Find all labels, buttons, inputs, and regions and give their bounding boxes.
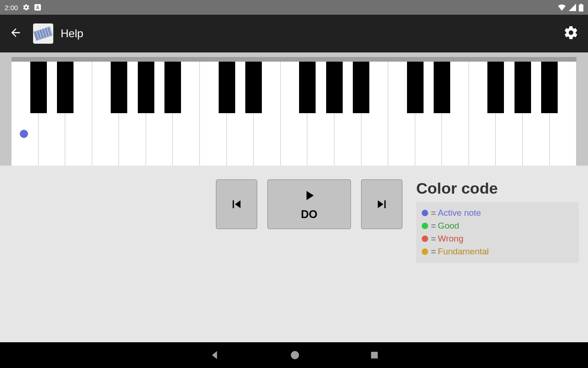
svg-rect-3 [580,4,582,5]
active-note-dot [20,130,28,138]
controls: DO [216,179,402,342]
legend-label: Good [438,219,459,232]
legend-label: Fundamental [438,245,489,258]
black-key[interactable] [164,62,181,113]
prev-button[interactable] [216,179,257,229]
status-bar: 2:00 A [0,0,588,15]
svg-text:A: A [36,5,40,10]
app-icon [33,23,53,44]
next-button[interactable] [361,179,402,229]
legend-dot-icon [422,248,428,255]
svg-rect-2 [579,5,583,12]
black-key[interactable] [541,62,558,113]
status-time: 2:00 [5,4,18,12]
play-note-label: DO [301,208,317,221]
black-key[interactable] [30,62,47,113]
play-button[interactable]: DO [267,179,351,229]
legend-dot-icon [422,210,428,216]
black-key[interactable] [245,62,262,113]
piano-scrollbar[interactable] [11,57,577,62]
legend: Color code = Active note = Good = Wrong … [416,179,579,342]
black-key[interactable] [111,62,127,113]
black-key[interactable] [326,62,343,113]
play-icon [301,188,317,203]
content-area: DO Color code = Active note = Good = Wro… [0,166,588,342]
nav-home-icon[interactable] [289,350,300,361]
black-key[interactable] [299,62,316,113]
legend-label: Active note [438,207,481,219]
svg-point-4 [291,351,299,359]
legend-item: = Fundamental [422,245,573,258]
legend-equals: = [431,232,436,245]
wifi-icon [558,4,566,11]
legend-equals: = [431,245,436,258]
legend-dot-icon [422,223,428,229]
black-key[interactable] [57,62,74,113]
nav-recent-icon[interactable] [369,350,379,360]
page-title: Help [61,27,83,40]
battery-icon [579,4,583,12]
legend-dot-icon [422,236,428,242]
nav-back-icon[interactable] [209,349,220,361]
black-key[interactable] [219,62,235,113]
piano-keyboard [11,62,577,166]
piano-area [0,52,588,166]
black-key[interactable] [407,62,424,113]
legend-equals: = [431,207,436,219]
svg-rect-5 [371,352,378,359]
legend-label: Wrong [438,232,464,245]
legend-title: Color code [416,179,579,197]
black-key[interactable] [434,62,450,113]
black-key[interactable] [514,62,531,113]
settings-icon[interactable] [563,25,579,42]
legend-item: = Wrong [422,232,573,245]
legend-item: = Good [422,219,573,232]
signal-icon [569,4,576,11]
nav-bar [0,342,588,368]
black-key[interactable] [487,62,504,113]
black-key[interactable] [353,62,369,113]
skip-previous-icon [229,196,244,212]
action-bar: Help [0,15,588,52]
skip-next-icon [374,196,390,212]
back-arrow-icon[interactable] [9,26,22,41]
black-key[interactable] [138,62,154,113]
legend-equals: = [431,219,436,232]
app-badge-icon: A [34,4,41,11]
gear-small-icon [23,4,30,11]
legend-box: = Active note = Good = Wrong = Fundament… [416,202,579,263]
legend-item: = Active note [422,207,573,219]
